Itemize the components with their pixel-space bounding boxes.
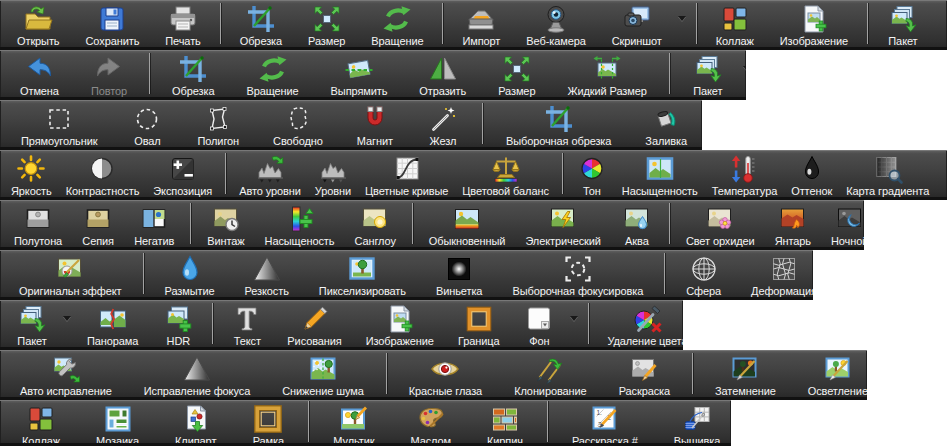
batch-button[interactable]: Пакет (4, 300, 60, 347)
add-image-button[interactable]: Изображение (767, 0, 861, 47)
resize-button[interactable]: Размер (295, 0, 358, 47)
temperature-button[interactable]: Температура (705, 150, 785, 197)
original-effect-button[interactable]: Оригинальн эффект (4, 250, 137, 297)
crop-button[interactable]: Обрезка (156, 50, 230, 97)
oil-button[interactable]: Маслом (392, 400, 469, 443)
flip-button[interactable]: Отразить (403, 50, 482, 97)
exposure-button[interactable]: Экспозиция (146, 150, 219, 197)
crop-button[interactable]: Обрезка (227, 0, 295, 47)
levels-button[interactable]: Уровни (308, 150, 358, 197)
orchid-light-button[interactable]: Свет орхидеи (676, 200, 765, 247)
darken-button[interactable]: Затемнение (699, 350, 792, 397)
collage-button[interactable]: Коллаж (703, 0, 767, 47)
denoise-button[interactable]: Снижение шума (266, 350, 380, 397)
sphere-button[interactable]: Сфера (671, 250, 736, 297)
ordinary-button[interactable]: Обыкновенный (419, 200, 516, 247)
rotate-icon (381, 3, 413, 35)
amber-button[interactable]: Янтарь (765, 200, 821, 247)
open-button[interactable]: Открыть (4, 0, 73, 47)
sepia-button[interactable]: Сепия (72, 200, 124, 247)
background-button[interactable]: Фон (511, 300, 567, 347)
color-curves-button[interactable]: Цветные кривые (358, 150, 455, 197)
selective-focus-button[interactable]: Выборочная фокусировка (497, 250, 658, 297)
fill-button[interactable]: Заливка (628, 100, 702, 147)
toolbar-separator (149, 53, 150, 94)
select-rectangle-button[interactable]: Прямоугольник (4, 100, 114, 147)
add-image-button[interactable]: Изображение (354, 300, 446, 347)
vintage-button[interactable]: Винтаж (197, 200, 254, 247)
batch-button[interactable]: Пакет (676, 50, 740, 97)
blur-button[interactable]: Размытие (150, 250, 230, 297)
liquid-resize-button[interactable]: Жидкий Размер (551, 50, 662, 97)
undo-button[interactable]: Отмена (4, 50, 75, 97)
cartoon-button[interactable]: Мультик (315, 400, 392, 443)
embroidery-button[interactable]: Вышивка (656, 400, 731, 443)
toolbar-separator (664, 253, 665, 294)
batch-dropdown-arrow[interactable] (63, 316, 71, 321)
toolbar-panel: ОткрытьСохранитьПечатьОбрезкаРазмерВраще… (0, 0, 947, 446)
sunglow-button[interactable]: Санглоу (344, 200, 405, 247)
mosaic-button[interactable]: Мозаика (78, 400, 157, 443)
selective-crop-button[interactable]: Выборочная обрезка (489, 100, 628, 147)
gradient-map-button[interactable]: Карта градиента (839, 150, 936, 197)
rotate-button[interactable]: Вращение (230, 50, 314, 97)
select-polygon-button[interactable]: Полигон (180, 100, 256, 147)
focus-fix-button[interactable]: Исправление фокуса (128, 350, 266, 397)
sharpen-button[interactable]: Резкость (230, 250, 304, 297)
auto-levels-button[interactable]: Авто уровни (232, 150, 308, 197)
deform-button[interactable]: Деформация (736, 250, 813, 297)
color-balance-icon (490, 153, 522, 185)
color-removal-button[interactable]: Удаление цвета (595, 300, 683, 347)
halftone-button[interactable]: Полутона (4, 200, 72, 247)
button-label: Маслом (410, 435, 451, 446)
color-balance-button[interactable]: Цветовой баланс (455, 150, 555, 197)
oil-icon (415, 403, 447, 435)
red-eye-button[interactable]: Красные глаза (393, 350, 498, 397)
screenshot-dropdown-arrow[interactable] (678, 16, 686, 21)
rotate-button[interactable]: Вращение (358, 0, 436, 47)
print-button[interactable]: Печать (152, 0, 213, 47)
clone-button[interactable]: Клонирование (498, 350, 603, 397)
negative-button[interactable]: Негатив (124, 200, 184, 247)
select-oval-button[interactable]: Овал (114, 100, 180, 147)
batch-dropdown-arrow[interactable] (743, 66, 746, 71)
aqua-button[interactable]: Аква (611, 200, 663, 247)
tint-button[interactable]: Оттенок (784, 150, 839, 197)
saturation-boost-button[interactable]: Насыщеность (255, 200, 345, 247)
saturation-button[interactable]: Насыщенность (615, 150, 705, 197)
brightness-button[interactable]: Яркость (4, 150, 59, 197)
contrast-button[interactable]: Контрастность (59, 150, 147, 197)
night-button[interactable]: Ночной (821, 200, 864, 247)
background-dropdown-arrow[interactable] (570, 316, 578, 321)
lighten-button[interactable]: Осветление (792, 350, 867, 397)
auto-fix-button[interactable]: Авто исправление (4, 350, 128, 397)
toolbar-separator (867, 3, 868, 44)
straighten-button[interactable]: Выпрямить (315, 50, 404, 97)
wand-button[interactable]: Жезл (410, 100, 476, 147)
collage-button[interactable]: Коллаж (4, 400, 78, 443)
vignette-button[interactable]: Виньетка (421, 250, 497, 297)
pixelate-button[interactable]: Пикселизировать (304, 250, 421, 297)
draw-button[interactable]: Рисования (275, 300, 353, 347)
border-button[interactable]: Граница (446, 300, 512, 347)
text-button[interactable]: Текст (219, 300, 275, 347)
hue-button[interactable]: Тон (569, 150, 615, 197)
screenshot-button[interactable]: Скриншот (599, 0, 675, 47)
redo-button[interactable]: Повтор (75, 50, 143, 97)
save-button[interactable]: Сохранить (73, 0, 153, 47)
deform-icon (768, 253, 800, 285)
frame-button[interactable]: Рамка (234, 400, 302, 443)
resize-button[interactable]: Размер (482, 50, 551, 97)
paint-by-numbers-button[interactable]: 1.23.Расскраска # (554, 400, 656, 443)
batch-button[interactable]: Пакет (874, 0, 932, 47)
webcam-button[interactable]: Веб-камера (513, 0, 598, 47)
magnet-button[interactable]: Магнит (340, 100, 410, 147)
brick-button[interactable]: Кирпич (469, 400, 541, 443)
select-freehand-button[interactable]: Свободно (256, 100, 340, 147)
electric-button[interactable]: Электрический (515, 200, 610, 247)
panorama-button[interactable]: Панорама (75, 300, 150, 347)
colorize-button[interactable]: Раскраска (603, 350, 686, 397)
hdr-button[interactable]: HDR (150, 300, 206, 347)
import-button[interactable]: Импорт (449, 0, 513, 47)
clipart-button[interactable]: Клипарт (157, 400, 234, 443)
